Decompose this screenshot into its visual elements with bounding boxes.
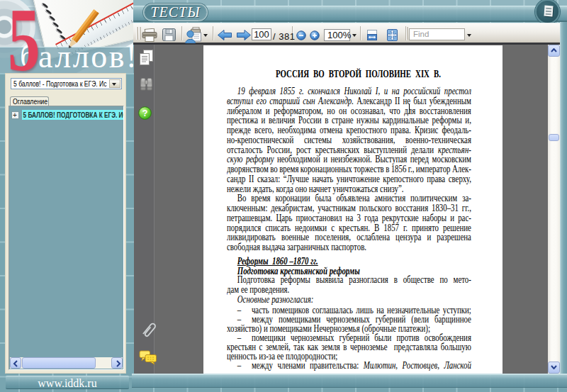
svg-text:?: ? <box>142 108 148 118</box>
